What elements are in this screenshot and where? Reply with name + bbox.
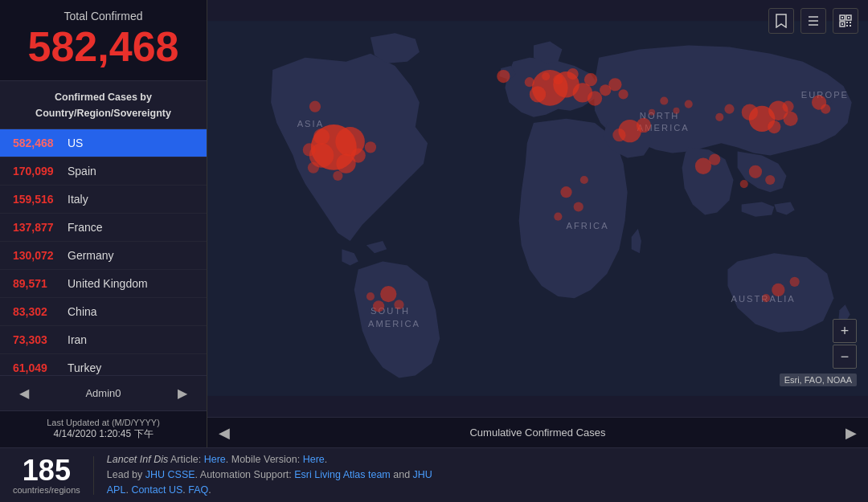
svg-point-71: [715, 113, 723, 121]
svg-point-70: [724, 104, 734, 114]
article-here-link[interactable]: Here: [204, 454, 226, 465]
svg-rect-7: [848, 17, 850, 18]
jhu-apl-link[interactable]: JHU: [413, 469, 432, 480]
country-list-header-text: Confirmed Cases by Country/Region/Sovere…: [35, 92, 171, 119]
faq-link[interactable]: FAQ: [188, 484, 208, 496]
country-item[interactable]: 137,877 France: [0, 214, 207, 242]
contact-link[interactable]: Contact US: [131, 484, 182, 496]
svg-rect-6: [841, 17, 843, 18]
svg-point-66: [660, 96, 668, 104]
svg-point-54: [394, 300, 403, 309]
country-name: France: [68, 221, 103, 234]
svg-point-34: [303, 143, 316, 156]
jhu-apl-link2[interactable]: APL: [107, 484, 126, 496]
country-count: 159,516: [13, 193, 68, 206]
svg-point-50: [765, 175, 775, 185]
svg-point-56: [560, 186, 571, 198]
country-item[interactable]: 159,516 Italy: [0, 186, 207, 214]
country-count: 83,302: [13, 305, 68, 318]
country-name: China: [68, 305, 97, 318]
svg-point-40: [742, 104, 758, 120]
svg-point-25: [608, 78, 621, 91]
country-name: Italy: [68, 193, 88, 206]
svg-point-33: [351, 148, 366, 162]
svg-point-53: [373, 300, 384, 312]
svg-point-48: [709, 154, 720, 165]
country-count: 61,049: [13, 361, 68, 374]
svg-point-58: [554, 213, 562, 221]
svg-point-18: [584, 73, 597, 86]
map-caption-bar: ◀ Cumulative Confirmed Cases ▶: [207, 417, 868, 447]
country-count: 170,099: [13, 165, 68, 178]
countries-count: 185 countries/regions: [13, 456, 94, 495]
zoom-controls: + −: [833, 319, 857, 369]
bottom-text-line3: APL. Contact US. FAQ.: [107, 483, 855, 498]
svg-point-37: [308, 162, 319, 173]
total-confirmed-panel: Total Confirmed 582,468: [0, 0, 207, 81]
country-item[interactable]: 61,049 Turkey: [0, 354, 207, 375]
country-list-header: Confirmed Cases by Country/Region/Sovere…: [0, 81, 207, 129]
pagination-label: Admin0: [85, 387, 121, 399]
map-toolbar: [768, 8, 858, 34]
svg-point-68: [649, 109, 655, 116]
country-item[interactable]: 83,302 China: [0, 298, 207, 326]
map-caption: Cumulative Confirmed Cases: [469, 426, 605, 439]
country-item[interactable]: 89,571 United Kingdom: [0, 270, 207, 298]
country-count: 73,303: [13, 333, 68, 346]
countries-label: countries/regions: [13, 485, 80, 495]
bookmark-button[interactable]: [768, 8, 794, 34]
svg-point-41: [768, 120, 780, 133]
map-attribution: Esri, FAO, NOAA: [780, 373, 857, 386]
bottom-text-line2: Lead by JHU CSSE. Automation Support: Es…: [107, 467, 855, 483]
country-name: Iran: [68, 333, 87, 346]
country-count: 89,571: [13, 277, 68, 290]
qr-button[interactable]: [833, 8, 858, 34]
svg-point-17: [530, 86, 546, 102]
svg-point-46: [612, 129, 625, 141]
svg-point-19: [567, 68, 579, 80]
lancet-article-label: Lancet Inf Dis: [107, 454, 168, 465]
country-count: 137,877: [13, 221, 68, 234]
country-item[interactable]: 73,303 Iran: [0, 326, 207, 354]
bottom-text-line1: Lancet Inf Dis Article: Here. Mobile Ver…: [107, 452, 855, 467]
svg-point-42: [783, 112, 797, 126]
svg-rect-8: [841, 23, 843, 25]
map-nav-right[interactable]: ▶: [845, 424, 857, 442]
map-nav-left[interactable]: ◀: [219, 424, 230, 442]
jhu-csse-link[interactable]: JHU CSSE: [145, 469, 195, 480]
last-updated: Last Updated at (M/D/YYYY) 4/14/2020 1:2…: [0, 410, 207, 447]
map-container: ASIA NORTH AMERICA EUROPE SOUTH AMERICA …: [207, 0, 868, 447]
country-count: 130,072: [13, 249, 68, 262]
zoom-out-button[interactable]: −: [833, 345, 857, 369]
svg-rect-12: [850, 25, 851, 27]
country-item[interactable]: 170,099 Spain: [0, 157, 207, 186]
main-layout: Total Confirmed 582,468 Confirmed Cases …: [0, 0, 868, 447]
svg-point-65: [309, 101, 321, 112]
country-name: United Kingdom: [68, 277, 148, 290]
country-count: 582,468: [13, 137, 68, 149]
svg-rect-9: [846, 22, 848, 23]
svg-point-55: [366, 292, 375, 300]
sidebar: Total Confirmed 582,468 Confirmed Cases …: [0, 0, 207, 447]
zoom-in-button[interactable]: +: [833, 319, 857, 343]
map-svg-area[interactable]: ASIA NORTH AMERICA EUROPE SOUTH AMERICA …: [207, 0, 868, 417]
country-name: Spain: [68, 165, 96, 178]
last-updated-label: Last Updated at (M/D/YYYY): [13, 418, 194, 427]
south-america-label2: AMERICA: [368, 319, 420, 329]
world-map-svg: ASIA NORTH AMERICA EUROPE SOUTH AMERICA …: [207, 0, 868, 417]
svg-point-36: [333, 171, 342, 181]
svg-point-45: [637, 118, 651, 133]
country-item[interactable]: 130,072 Germany: [0, 242, 207, 270]
pagination-next[interactable]: ▶: [171, 382, 194, 404]
list-button[interactable]: [800, 8, 826, 34]
svg-point-22: [588, 91, 602, 105]
country-item[interactable]: 582,468 US: [0, 129, 207, 157]
esri-atlas-link[interactable]: Esri Living Atlas team: [294, 469, 391, 480]
bottom-text: Lancet Inf Dis Article: Here. Mobile Ver…: [107, 452, 855, 497]
mobile-here-link[interactable]: Here: [303, 454, 325, 465]
bottom-bar: 185 countries/regions Lancet Inf Dis Art…: [0, 447, 868, 502]
total-number: 582,468: [13, 26, 194, 67]
svg-point-52: [380, 286, 396, 302]
pagination-prev[interactable]: ◀: [13, 382, 35, 404]
svg-point-20: [553, 75, 563, 84]
